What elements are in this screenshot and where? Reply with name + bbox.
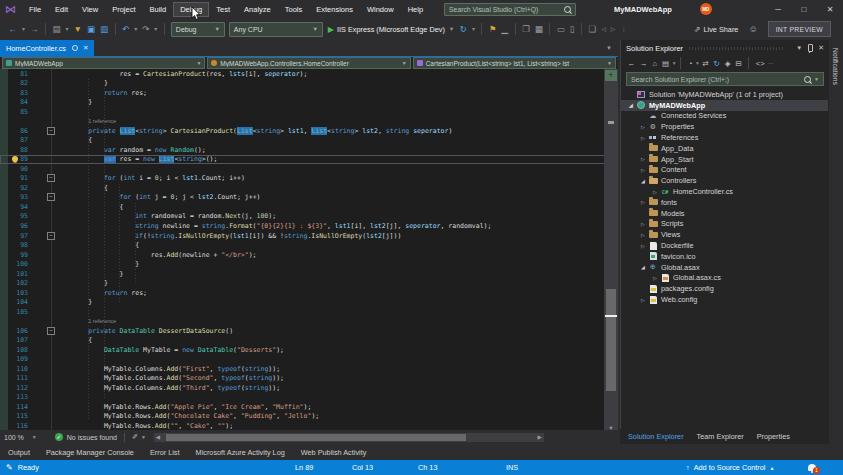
collapse-region-icon[interactable]: − — [47, 193, 55, 201]
vertical-scrollbar[interactable]: ▲ ▼ — [604, 69, 618, 431]
code-line[interactable]: 109 — [0, 354, 618, 364]
code-line[interactable]: 86−private List<string> CartesianProduct… — [0, 126, 618, 136]
close-panel-icon[interactable]: ✕ — [818, 44, 824, 52]
scrollbar-thumb[interactable] — [166, 434, 466, 441]
expander-collapsed-icon[interactable]: ▷ — [639, 135, 647, 141]
copy-icon[interactable]: ❐ — [520, 19, 533, 39]
code-line[interactable]: 112MyTable.Columns.Add("Third", typeof(s… — [0, 383, 618, 393]
solution-configuration-dropdown[interactable]: Debug▼ — [171, 22, 225, 37]
tree-item-scripts[interactable]: ▷Scripts — [621, 219, 829, 230]
tree-item-content[interactable]: ▷Content — [621, 165, 829, 176]
code-line[interactable]: 102} — [0, 278, 618, 288]
solution-explorer-search-input[interactable]: Search Solution Explorer (Ctrl+;) ▼ — [626, 72, 824, 86]
menu-view[interactable]: View — [75, 2, 105, 17]
zoom-level-dropdown[interactable]: 100 % ▼ — [0, 434, 41, 441]
scroll-left-icon[interactable]: ◀ — [156, 433, 160, 442]
panel-menu-dropdown-icon[interactable]: ▼ — [796, 45, 802, 51]
save-icon[interactable]: ▣ — [84, 19, 97, 39]
close-tab-icon[interactable]: ✕ — [83, 44, 88, 52]
code-line[interactable]: 107{ — [0, 335, 618, 345]
tree-item-global-asax-cs[interactable]: ▷Global.asax.cs — [621, 273, 829, 284]
code-line[interactable]: 106−private DataTable DessertDataSource(… — [0, 326, 618, 336]
tree-item-web-config[interactable]: ▷Web.config — [621, 294, 829, 305]
tab-homecontroller[interactable]: HomeController.cs ✕ — [0, 40, 94, 56]
tree-item-views[interactable]: ▷Views — [621, 229, 829, 240]
tab-output[interactable]: Output — [8, 448, 30, 457]
feedback-icon[interactable]: ☺ — [748, 24, 757, 34]
tree-item-homecontroller-cs[interactable]: ▷C#HomeController.cs — [621, 186, 829, 197]
code-line[interactable]: 83return res; — [0, 88, 618, 98]
pin-icon[interactable] — [72, 45, 78, 51]
code-line[interactable]: 95int randomval = random.Next(j, 100); — [0, 212, 618, 222]
expander-expanded-icon[interactable]: ◢ — [627, 102, 635, 108]
expander-collapsed-icon[interactable]: ▷ — [639, 124, 647, 130]
ide-search-input[interactable]: Search Visual Studio (Ctrl+Q) — [444, 3, 576, 16]
refresh-icon[interactable]: ↻ — [711, 59, 722, 68]
type-dropdown[interactable]: MyMADWebApp.Controllers.HomeController ▼ — [207, 57, 410, 69]
expander-collapsed-icon[interactable]: ▷ — [651, 189, 659, 195]
code-line[interactable]: 113 — [0, 393, 618, 403]
expander-expanded-icon[interactable]: ◢ — [639, 264, 647, 270]
tab-solution-explorer[interactable]: Solution Explorer — [628, 432, 684, 441]
live-share-button[interactable]: ⇗ Live Share — [694, 25, 739, 34]
collapse-all-icon[interactable]: ⊟ — [733, 59, 744, 68]
tree-item-references[interactable]: ▷References — [621, 132, 829, 143]
code-line[interactable]: 89var res = new List<string>(); — [0, 155, 618, 165]
notifications-side-strip[interactable]: Notifications — [828, 40, 843, 444]
tab-package-manager-console[interactable]: Package Manager Console — [46, 448, 134, 457]
code-line[interactable]: 104} — [0, 297, 618, 307]
add-to-source-control-button[interactable]: ↑ Add to Source Control ▲ — [686, 460, 774, 475]
code-line[interactable]: 84} — [0, 98, 618, 108]
tree-item-app-data[interactable]: App_Data — [621, 143, 829, 154]
tree-item-packages-config[interactable]: packages.config — [621, 283, 829, 294]
collapse-region-icon[interactable]: − — [47, 127, 55, 135]
home-icon[interactable]: ⌂ — [650, 59, 660, 68]
code-line[interactable]: 85 — [0, 107, 618, 117]
column-guide-icon[interactable]: ▁ — [499, 19, 511, 39]
code-line[interactable]: 81res = CartesianProduct(res, lsts[i], s… — [0, 69, 618, 79]
expander-collapsed-icon[interactable]: ▷ — [639, 221, 647, 227]
menu-edit[interactable]: Edit — [48, 2, 75, 17]
code-line[interactable]: 97−if(!string.IsNullOrEmpty(lst1[i]) && … — [0, 231, 618, 241]
pending-changes-filter-icon[interactable]: ◔ — [685, 59, 695, 68]
maximize-button[interactable]: □ — [791, 0, 817, 18]
uncomment-icon[interactable]: ▯ — [567, 19, 577, 39]
close-button[interactable]: ✕ — [817, 0, 843, 18]
code-line[interactable]: 91−for (int i = 0; i < lst1.Count; i++) — [0, 174, 618, 184]
collapse-region-icon[interactable]: − — [47, 174, 55, 182]
expander-collapsed-icon[interactable]: ▷ — [639, 167, 647, 173]
code-line[interactable]: 96string newline = string.Format("{0}{2}… — [0, 221, 618, 231]
scroll-right-icon[interactable]: ▶ — [538, 433, 542, 442]
more-icon[interactable]: ⋯ — [767, 60, 775, 66]
back-icon[interactable]: ← — [625, 59, 638, 68]
tree-item-dockerfile[interactable]: ▷Dockerfile — [621, 240, 829, 251]
codelens-row[interactable]: 1 reference — [0, 316, 618, 326]
code-line[interactable]: 90 — [0, 164, 618, 174]
new-dropdown[interactable]: ▾ — [63, 19, 71, 39]
refresh-icon[interactable]: ↻ — [457, 19, 469, 39]
code-line[interactable]: 88var random = new Random(); — [0, 145, 618, 155]
expander-collapsed-icon[interactable]: ▷ — [639, 243, 647, 249]
open-folder-icon[interactable]: ▼ — [71, 19, 84, 39]
start-debugging-button[interactable]: ▶ IIS Express (Microsoft Edge Dev) ▼ — [328, 25, 454, 34]
menu-file[interactable]: File — [22, 2, 48, 17]
pin-icon[interactable] — [808, 44, 813, 52]
horizontal-scrollbar[interactable]: ◀ ▶ — [154, 433, 544, 442]
expander-collapsed-icon[interactable]: ▷ — [639, 297, 647, 303]
tree-item-favicon-ico[interactable]: favicon.ico — [621, 251, 829, 262]
menu-window[interactable]: Window — [360, 2, 401, 17]
more-commands-icon[interactable]: ⋮ — [618, 19, 629, 39]
solution-platform-dropdown[interactable]: Any CPU▼ — [229, 22, 323, 37]
nav-forward-icon[interactable]: → — [28, 19, 42, 39]
prev-bookmark-icon[interactable]: ◁ — [599, 19, 609, 39]
menu-extensions[interactable]: Extensions — [309, 2, 360, 17]
menu-debug[interactable]: Debug — [173, 2, 209, 17]
notifications-button[interactable]: 1 — [808, 460, 816, 475]
expander-collapsed-icon[interactable]: ▷ — [639, 199, 647, 205]
tab-web-publish-activity[interactable]: Web Publish Activity — [301, 448, 367, 457]
code-line[interactable]: 105 — [0, 307, 618, 317]
nest-files-icon[interactable]: ◈ — [722, 59, 733, 68]
code-line[interactable]: 101} — [0, 269, 618, 279]
refresh-dropdown[interactable]: ▾ — [469, 19, 477, 39]
split-editor-icon[interactable]: + — [605, 70, 617, 81]
